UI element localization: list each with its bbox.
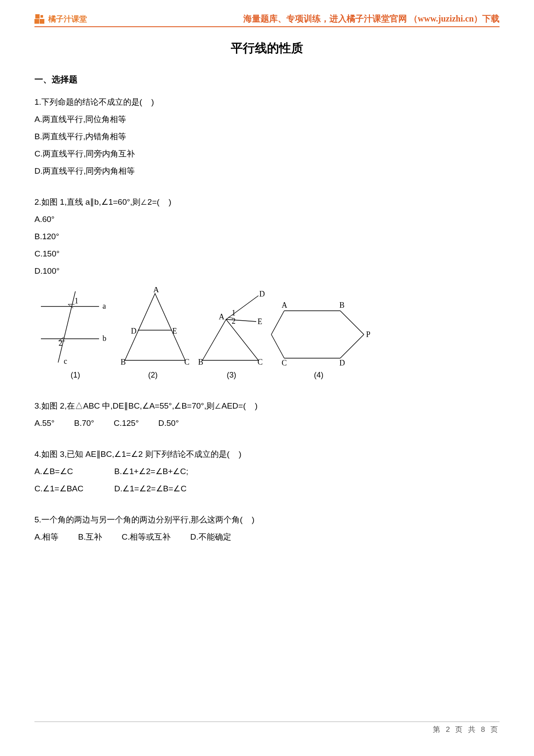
svg-line-2 <box>58 291 75 362</box>
q1-option-d: D.两直线平行,同旁内角相等 <box>34 163 500 179</box>
q5-options: A.相等 B.互补 C.相等或互补 D.不能确定 <box>34 529 500 545</box>
fig3-D: D <box>259 290 265 298</box>
fig4-B: B <box>339 301 345 309</box>
fig1-angle-1: 1 <box>75 297 78 305</box>
q5-stem: 5.一个角的两边与另一个角的两边分别平行,那么这两个角( ) <box>34 512 500 528</box>
page-title: 平行线的性质 <box>34 40 500 56</box>
fig4-P: P <box>366 330 370 339</box>
svg-line-9 <box>226 319 256 322</box>
q1-option-c: C.两直线平行,同旁内角互补 <box>34 146 500 162</box>
fig-label-1: (1) <box>39 371 112 380</box>
fig2-D: D <box>131 327 137 335</box>
svg-line-13 <box>271 311 284 334</box>
fig3-angle-1: 1 <box>232 309 236 317</box>
figure-numbers: (1) (2) (3) (4) <box>39 371 500 380</box>
fig4-D: D <box>339 359 345 367</box>
q2-option-d: D.100° <box>34 263 500 279</box>
fig2-E: E <box>172 327 177 335</box>
q3-option-a: A.55° <box>34 419 55 428</box>
fig3-C: C <box>258 358 263 366</box>
fig2-A: A <box>153 287 159 294</box>
q4-options-row2: C.∠1=∠BAC D.∠1=∠2=∠B=∠C <box>34 481 500 497</box>
q1-option-a: A.两直线平行,同位角相等 <box>34 111 500 128</box>
q1-option-b: B.两直线平行,内错角相等 <box>34 128 500 145</box>
fig-label-2: (2) <box>112 371 194 380</box>
fig4-C: C <box>282 359 287 367</box>
q2-option-a: A.60° <box>34 211 500 228</box>
fig3-A: A <box>219 312 224 321</box>
fig-label-4: (4) <box>269 371 368 380</box>
q4-option-a: A.∠B=∠C <box>34 463 95 480</box>
fig1-label-a: a <box>102 302 106 310</box>
svg-line-16 <box>340 334 364 358</box>
page-footer: 第 2 页 共 8 页 <box>34 722 500 734</box>
svg-line-14 <box>271 334 284 358</box>
logo-block: 橘子汁课堂 <box>34 13 87 25</box>
q4-option-c: C.∠1=∠BAC <box>34 481 95 497</box>
logo-text: 橘子汁课堂 <box>48 14 87 24</box>
fig1-angle-2: 2 <box>59 339 62 347</box>
q2-option-c: C.150° <box>34 246 500 262</box>
q3-option-d: D.50° <box>158 419 179 428</box>
fig3-E: E <box>258 317 262 326</box>
q4-stem: 4.如图 3,已知 AE∥BC,∠1=∠2 则下列结论不成立的是( ) <box>34 446 500 462</box>
q3-option-c: C.125° <box>114 419 139 428</box>
section-header: 一、选择题 <box>34 74 500 85</box>
q3-stem: 3.如图 2,在△ABC 中,DE∥BC,∠A=55°,∠B=70°,则∠AED… <box>34 398 500 414</box>
fig1-label-b: b <box>102 334 106 343</box>
q3-option-b: B.70° <box>74 419 94 428</box>
q4-option-b: B.∠1+∠2=∠B+∠C; <box>114 467 188 476</box>
fig1-label-c: c <box>64 357 67 366</box>
q5-option-c: C.相等或互补 <box>121 532 171 541</box>
fig2-B: B <box>121 358 126 366</box>
q2-option-b: B.120° <box>34 228 500 245</box>
figures-svg: a b c 1 2 A B C D <box>34 287 370 369</box>
page-header: 橘子汁课堂 海量题库、专项训练，进入橘子汁课堂官网 （www.juzizhi.c… <box>34 13 500 27</box>
q4-option-d: D.∠1=∠2=∠B=∠C <box>114 484 186 493</box>
q5-option-b: B.互补 <box>78 532 102 541</box>
q3-options: A.55° B.70° C.125° D.50° <box>34 415 500 431</box>
fig3-B: B <box>198 358 203 366</box>
q4-options-row1: A.∠B=∠C B.∠1+∠2=∠B+∠C; <box>34 463 500 480</box>
logo-icon <box>34 13 46 25</box>
fig2-C: C <box>184 358 189 366</box>
q2-stem: 2.如图 1,直线 a∥b,∠1=60°,则∠2=( ) <box>34 194 500 210</box>
q1-stem: 1.下列命题的结论不成立的是( ) <box>34 94 500 110</box>
svg-line-15 <box>340 311 364 334</box>
q5-option-d: D.不能确定 <box>190 532 231 541</box>
fig4-A: A <box>282 301 287 309</box>
svg-line-8 <box>226 296 258 319</box>
q5-option-a: A.相等 <box>34 532 59 541</box>
fig-label-3: (3) <box>194 371 269 380</box>
header-tagline: 海量题库、专项训练，进入橘子汁课堂官网 （www.juzizhi.cn）下载 <box>243 13 500 25</box>
figures-block: a b c 1 2 A B C D <box>34 287 500 380</box>
